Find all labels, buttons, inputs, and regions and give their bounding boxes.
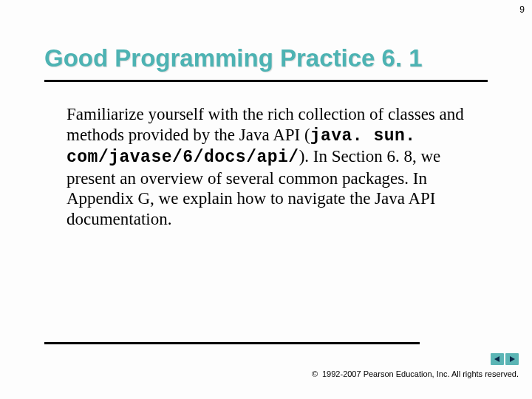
svg-marker-0 (494, 356, 499, 362)
copyright-symbol: © (312, 369, 318, 378)
footer: © 1992-2007 Pearson Education, Inc. All … (312, 369, 519, 378)
bottom-rule (44, 342, 420, 344)
triangle-left-icon (494, 355, 501, 363)
slide-content: Good Programming Practice 6. 1 Familiari… (0, 0, 532, 230)
title-rule (44, 80, 488, 82)
svg-marker-1 (510, 356, 515, 362)
copyright-text: 1992-2007 Pearson Education, Inc. All ri… (322, 369, 519, 378)
page-number: 9 (519, 4, 525, 15)
nav-controls (491, 353, 519, 365)
triangle-right-icon (508, 355, 516, 363)
next-button[interactable] (505, 353, 519, 365)
prev-button[interactable] (491, 353, 504, 365)
body-text: Familiarize yourself with the rich colle… (44, 104, 488, 230)
slide-title: Good Programming Practice 6. 1 (44, 44, 488, 72)
